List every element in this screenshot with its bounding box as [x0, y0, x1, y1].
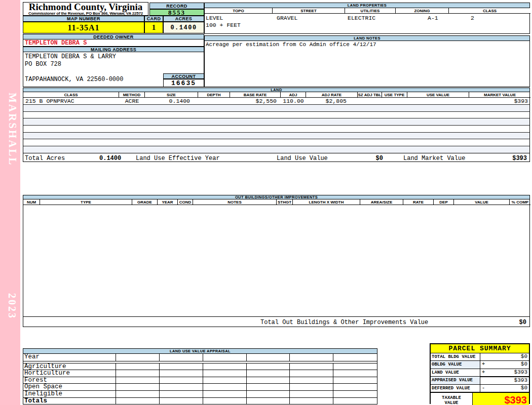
land-table-empty-row	[23, 125, 529, 132]
appraisal-cell	[116, 390, 160, 397]
land-use-value-label: Land Use Value	[277, 155, 328, 162]
appraisal-cell	[160, 390, 203, 397]
land-notes-title: LAND NOTES	[204, 35, 530, 41]
parcel-row-value: $393	[486, 369, 529, 376]
out-buildings-headers: NUM TYPE GRADE YEAR COND NOTES STHGT LEN…	[23, 199, 530, 205]
appraisal-cell	[160, 397, 203, 404]
property-record-card: MARSHALL 2023 Richmond County, Virginia …	[0, 0, 532, 405]
appraisal-label: Year	[23, 354, 116, 361]
ob-col-notes: NOTES	[193, 199, 277, 205]
land-row-method: ACRE	[119, 98, 145, 104]
ob-col-value: VALUE	[454, 199, 510, 205]
land-notes-text: Acreage per estimation from Co Admin off…	[204, 41, 530, 87]
land-col-class: CLASS	[23, 92, 119, 98]
ob-col-grade: GRADE	[132, 199, 158, 205]
appraisal-cell	[247, 363, 290, 370]
out-buildings-total-value: $0	[519, 319, 526, 326]
ob-col-rate: RATE	[403, 199, 434, 205]
land-table-empty-row	[23, 104, 529, 111]
account-value: 16635	[163, 79, 204, 87]
out-buildings-title: OUT BUILDINGS/OTHER IMPROVEMENTS	[23, 195, 530, 199]
card-value: 1	[144, 22, 163, 33]
ob-col-comp: % COMP	[510, 199, 530, 205]
land-market-value: $393	[512, 155, 527, 162]
appraisal-cell	[160, 377, 203, 384]
parcel-summary: PARCEL SUMMARY TOTAL BLDG VALUE $0 OBLDG…	[430, 343, 530, 404]
county-title: Richmond County, Virginia	[23, 3, 148, 12]
mailing-line-1: TEMPLETON DEBRA S & LARRY	[25, 53, 116, 60]
land-row-depth	[198, 98, 230, 104]
land-row-sz-adj-tbl	[358, 98, 382, 104]
land-row-use-value	[407, 98, 469, 104]
appraisal-cell	[290, 397, 333, 404]
land-properties-title: LAND PROPERTIES	[204, 3, 530, 8]
appraisal-cell	[160, 354, 203, 361]
parcel-row-total-bldg: TOTAL BLDG VALUE $0	[431, 353, 529, 361]
topo-value-2: 100 + FEET	[206, 22, 241, 28]
map-number-header: MAP NUMBER	[23, 16, 144, 22]
ob-col-dep: DEP	[434, 199, 454, 205]
land-table-empty-row	[23, 132, 529, 139]
acres-header: ACRES	[163, 16, 204, 22]
sidebar-vendor-label: MARSHALL	[2, 85, 19, 174]
col-street: STREET	[273, 8, 345, 14]
ob-col-sthgt: STHGT	[277, 199, 293, 205]
land-table-headers: CLASS METHOD SIZE DEPTH BASE RATE ADJ AD…	[23, 92, 530, 98]
deeded-owner-header: DEEDED OWNER	[23, 34, 204, 39]
appraisal-cell	[333, 383, 377, 390]
appraisal-cell	[160, 363, 203, 370]
land-use-appraisal-title: LAND USE VALUE APPRAISAL	[23, 348, 377, 354]
land-table-empty-row	[23, 139, 529, 146]
appraisal-cell	[203, 370, 247, 377]
appraisal-cell	[290, 377, 333, 384]
class-value: 2	[471, 15, 474, 21]
card-header: CARD	[144, 16, 163, 22]
parcel-row-label: TOTAL BLDG VALUE	[431, 353, 480, 360]
appraisal-cell	[116, 370, 160, 377]
land-col-method: METHOD	[119, 92, 145, 98]
taxable-value-label: TAXABLE VALUE	[431, 393, 473, 405]
appraisal-label: Forest	[23, 377, 116, 384]
out-buildings-totals: Total Out Buildings & Other Improvements…	[23, 316, 530, 327]
land-row-use-type	[382, 98, 407, 104]
col-topo: TOPO	[205, 8, 273, 14]
land-table-empty-row	[23, 111, 529, 118]
appraisal-cell	[333, 363, 377, 370]
parcel-row-op: +	[480, 361, 486, 368]
appraisal-cell	[333, 390, 377, 397]
appraisal-cell	[290, 363, 333, 370]
out-buildings-empty-area	[23, 205, 530, 316]
appraisal-cell	[160, 370, 203, 377]
land-row-base-rate: $2,550	[230, 98, 281, 104]
land-table-empty-rows	[23, 104, 530, 153]
ob-col-length-width: LENGTH X WIDTH	[293, 199, 360, 205]
land-col-base-rate: BASE RATE	[230, 92, 281, 98]
appraisal-label: Open Space	[23, 383, 116, 390]
parcel-row-value: $393	[486, 377, 529, 384]
parcel-row-op	[480, 377, 486, 384]
col-class: CLASS	[449, 8, 530, 14]
appraisal-cell	[247, 377, 290, 384]
appraisal-cell	[247, 397, 290, 404]
zoning-value: A-1	[428, 15, 438, 21]
appraisal-cell	[290, 354, 333, 361]
appraisal-row-totals: Totals	[23, 397, 377, 404]
appraisal-cell	[247, 354, 290, 361]
parcel-row-label: APPRAISED VALUE	[431, 377, 480, 384]
parcel-row-obldg: OBLDG VALUE + $0	[431, 361, 529, 369]
parcel-row-value: $0	[486, 353, 529, 360]
appraisal-cell	[160, 383, 203, 390]
appraisal-row-ineligible: Ineligible	[23, 390, 377, 397]
land-col-market-value: MARKET VALUE	[469, 92, 530, 98]
col-utilities: UTILITIES	[345, 8, 396, 14]
parcel-row-land: LAND VALUE + $393	[431, 369, 529, 377]
land-table-row: 215 B OPNPRVAC ACRE 0.1400 $2,550 110.00…	[23, 98, 530, 104]
mailing-line-2: PO BOX 728	[25, 61, 61, 68]
acres-value: 0.1400	[163, 22, 204, 33]
account-header: ACCOUNT	[163, 73, 204, 79]
parcel-row-label: LAND VALUE	[431, 369, 480, 376]
record-value: 8553	[149, 9, 204, 16]
appraisal-label: Agriculture	[23, 363, 116, 370]
sidebar-strip	[0, 0, 20, 405]
mailing-line-3: TAPPAHANNOCK, VA 22560-0000	[25, 76, 123, 83]
